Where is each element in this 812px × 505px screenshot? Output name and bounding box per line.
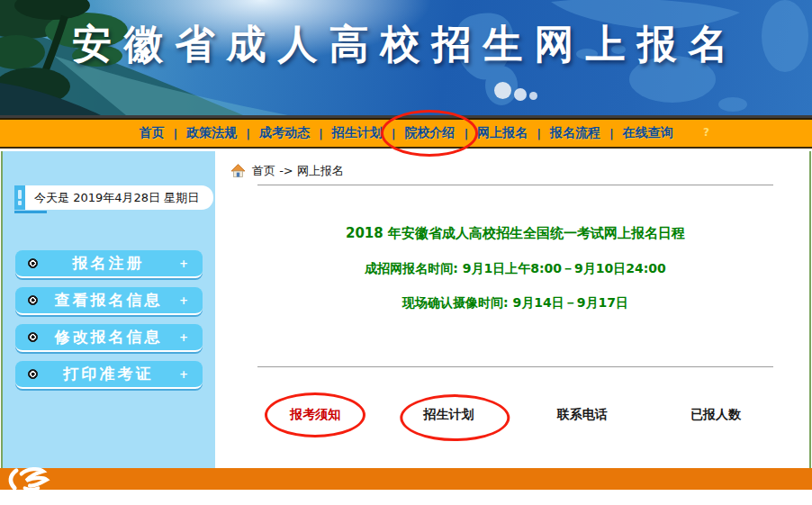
breadcrumb: 首页 -> 网上报名 xyxy=(221,162,809,180)
bullet-icon xyxy=(28,369,38,379)
link-label-text: 联系电话 xyxy=(557,407,608,421)
header-banner: 安徽省成人高校招生网上报名 xyxy=(0,0,812,118)
faint-question-mark: ? xyxy=(703,126,709,139)
nav-item-home[interactable]: 首页 xyxy=(130,125,173,141)
breadcrumb-text: 首页 -> 网上报名 xyxy=(252,163,344,179)
page: 安徽省成人高校招生网上报名 首页 | 政策法规 | 成考动态 | 招生计划 | … xyxy=(0,0,812,505)
breadcrumb-current: 网上报名 xyxy=(297,164,344,177)
registration-time-line: 成招网报名时间: 9月1日上午8:00－9月10日24:00 xyxy=(221,261,809,277)
quick-links-row: 报考须知 招生计划 联系电话 已报人 xyxy=(248,405,782,425)
content-divider xyxy=(257,366,773,367)
date-display: 今天是 2019年4月28日 星期日 xyxy=(14,185,213,210)
breadcrumb-home-link[interactable]: 首页 xyxy=(252,164,275,177)
date-tab-glyph2 xyxy=(18,201,22,205)
plus-icon: + xyxy=(179,331,188,344)
date-weekday: 星期日 xyxy=(164,191,199,204)
sidebar: 今天是 2019年4月28日 星期日 报名注册 + 查看报名信息 + 修改报名信… xyxy=(3,151,215,468)
sidebar-item-register[interactable]: 报名注册 + xyxy=(15,250,203,278)
nav-item-online-registration[interactable]: 网上报名 xyxy=(468,125,537,141)
link-cell: 已报人数 xyxy=(649,405,782,425)
nav-item-online-query[interactable]: 在线查询 xyxy=(614,125,682,141)
plus-icon: + xyxy=(179,368,188,381)
main-navbar: 首页 | 政策法规 | 成考动态 | 招生计划 | 院校介绍 | 网上报名 | … xyxy=(0,118,812,149)
date-tab-icon xyxy=(14,185,25,210)
site-title: 安徽省成人高校招生网上报名 xyxy=(0,18,812,71)
nav-item-policies[interactable]: 政策法规 xyxy=(177,125,246,141)
date-value: 2019年4月28日 xyxy=(73,191,160,204)
sidebar-item-modify-info[interactable]: 修改报名信息 + xyxy=(15,324,203,352)
decorative-dot-medium xyxy=(514,88,527,101)
sidebar-item-label: 报名注册 xyxy=(38,253,179,274)
decorative-dot-small xyxy=(529,92,537,100)
plus-icon: + xyxy=(179,294,188,307)
footer-bar xyxy=(0,468,812,490)
breadcrumb-divider xyxy=(257,185,773,185)
swirl-logo-icon xyxy=(5,464,56,493)
main-content: 首页 -> 网上报名 2018 年安徽省成人高校招生全国统一考试网上报名日程 成… xyxy=(221,151,809,468)
link-cell: 联系电话 xyxy=(516,405,649,425)
sidebar-item-view-info[interactable]: 查看报名信息 + xyxy=(15,287,203,315)
sidebar-item-label: 查看报名信息 xyxy=(38,290,179,311)
sidebar-menu: 报名注册 + 查看报名信息 + 修改报名信息 + 打印准考证 + xyxy=(15,250,203,398)
link-cell: 招生计划 xyxy=(382,405,515,425)
nav-list: 首页 | 政策法规 | 成考动态 | 招生计划 | 院校介绍 | 网上报名 | … xyxy=(130,125,681,141)
link-contact-phone[interactable]: 联系电话 xyxy=(554,405,611,425)
plus-icon: + xyxy=(179,257,188,270)
today-date-text: 今天是 2019年4月28日 星期日 xyxy=(25,185,213,210)
nav-item-enrollment-plan[interactable]: 招生计划 xyxy=(323,125,392,141)
bullet-icon xyxy=(28,258,38,268)
link-registered-count[interactable]: 已报人数 xyxy=(687,405,744,425)
nav-item-exam-news[interactable]: 成考动态 xyxy=(250,125,319,141)
bullet-icon xyxy=(28,332,38,342)
link-exam-notice[interactable]: 报考须知 xyxy=(286,405,344,425)
link-label-text: 报考须知 xyxy=(290,407,340,421)
decorative-dot-large xyxy=(494,82,511,99)
sidebar-item-print-ticket[interactable]: 打印准考证 + xyxy=(15,361,203,389)
body-row: 今天是 2019年4月28日 星期日 报名注册 + 查看报名信息 + 修改报名信… xyxy=(1,151,811,468)
link-label-text: 招生计划 xyxy=(423,407,474,421)
nav-item-college-intro-label: 院校介绍 xyxy=(404,125,455,140)
link-label-text: 已报人数 xyxy=(690,407,741,421)
sidebar-item-label: 修改报名信息 xyxy=(38,327,179,347)
sidebar-item-label: 打印准考证 xyxy=(38,364,179,384)
confirmation-time-line: 现场确认摄像时间: 9月14日－9月17日 xyxy=(221,295,809,311)
nav-item-registration-process[interactable]: 报名流程 xyxy=(541,125,609,141)
date-prefix: 今天是 xyxy=(34,191,69,204)
link-enrollment-plan[interactable]: 招生计划 xyxy=(420,405,477,425)
home-icon[interactable] xyxy=(230,164,246,178)
schedule-title: 2018 年安徽省成人高校招生全国统一考试网上报名日程 xyxy=(221,225,809,242)
date-tab-glyph xyxy=(18,190,22,199)
link-cell: 报考须知 xyxy=(248,405,382,425)
nav-item-college-intro[interactable]: 院校介绍 xyxy=(395,125,464,141)
bullet-icon xyxy=(28,295,38,305)
breadcrumb-arrow: -> xyxy=(279,164,293,177)
